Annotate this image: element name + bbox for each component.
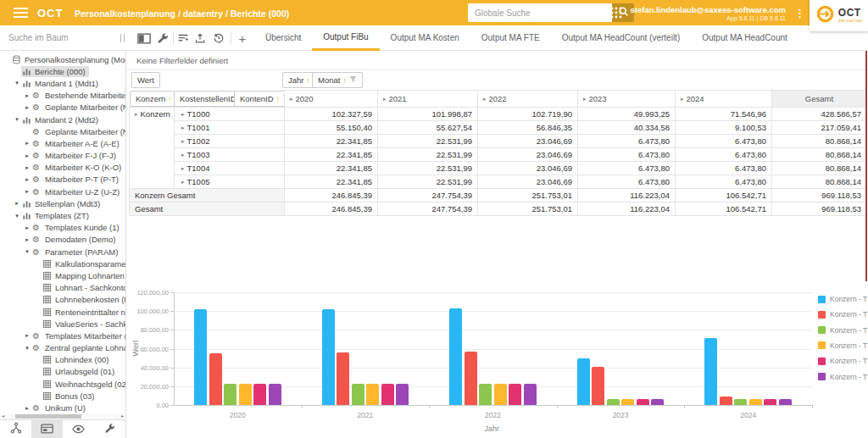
- tree-item-mandant-1-mdt1[interactable]: ▾Mandant 1 (Mdt1): [0, 77, 125, 89]
- expander-right-icon[interactable]: ▸: [23, 104, 31, 111]
- expander-right-icon[interactable]: ▸: [23, 140, 31, 147]
- col-header-2024[interactable]: ▸2024: [676, 91, 772, 108]
- measure-chip-wert[interactable]: Wert: [131, 72, 160, 88]
- expander-right-icon[interactable]: ▸: [23, 236, 31, 243]
- expander-right-icon[interactable]: ▸: [23, 176, 31, 183]
- wrench-view-button[interactable]: [94, 420, 125, 438]
- toggle-panel-button[interactable]: [136, 30, 153, 47]
- history-button[interactable]: [210, 30, 227, 47]
- tree-item-urlaubsgeld-01[interactable]: Urlaubsgeld (01): [0, 366, 125, 378]
- tab-output-ma-kosten[interactable]: Output MA Kosten: [380, 25, 470, 51]
- expander-down-icon[interactable]: ▾: [13, 116, 21, 123]
- eye-view-button[interactable]: [63, 420, 94, 438]
- col-header-2023[interactable]: ▸2023: [578, 91, 676, 108]
- expander-down-icon[interactable]: ▾: [13, 80, 21, 86]
- legend-item-konzern-t1005[interactable]: Konzern - T1005: [818, 373, 868, 381]
- tab-output-ma-fte[interactable]: Output MA FTE: [470, 25, 551, 51]
- tree-item-mitarbeiter-p-t-p-t[interactable]: ▸⚙Mitarbeiter P-T (P-T): [0, 174, 125, 186]
- tree-item-mapping-lohnarten-ist-plan-p[interactable]: Mapping Lohnarten IST PLAN (P: [0, 269, 125, 281]
- more-options-icon[interactable]: ⋮: [794, 8, 805, 19]
- tree-item-mandant-2-mdt2[interactable]: ▾Mandant 2 (Mdt2): [0, 114, 125, 125]
- global-search-input[interactable]: [468, 3, 612, 22]
- expander-down-icon[interactable]: ▾: [13, 213, 21, 219]
- tree-item-mitarbeiter-u-z-u-z[interactable]: ▸⚙Mitarbeiter U-Z (U-Z): [0, 186, 125, 197]
- tree-search-input[interactable]: [0, 25, 120, 50]
- row-header-T1002[interactable]: ▸T1002: [175, 135, 285, 148]
- scroll-right-icon[interactable]: ▸: [121, 413, 124, 419]
- tree-item-geplante-mitarbeiter-nn-stellen[interactable]: ⚙Geplante Mitarbeiter (NN Stellen) (: [0, 125, 125, 137]
- row-header-T1000[interactable]: ▸T1000: [175, 108, 285, 121]
- legend-item-konzern-t1004[interactable]: Konzern - T1004: [818, 357, 868, 365]
- form-view-button[interactable]: [31, 420, 63, 438]
- filter-funnel-icon[interactable]: [349, 75, 357, 85]
- tree-item-personalkostenplanung-modul-persona[interactable]: Personalkostenplanung (Modul_Persona: [0, 53, 125, 65]
- hierarchy-view-button[interactable]: [0, 420, 31, 438]
- tree-item-templates-mitarbeiter-pkp-ma[interactable]: ▸⚙Templates Mitarbeiter (PKP_MA): [0, 330, 125, 341]
- gridline: [174, 311, 812, 312]
- tree-item-mitarbeiter-f-j-f-j[interactable]: ▸⚙Mitarbeiter F-J (F-J): [0, 150, 125, 162]
- add-button[interactable]: +: [234, 30, 251, 47]
- col-header-2020[interactable]: ▸2020: [285, 91, 378, 108]
- tree-item-valueseries-sachkonto-plan[interactable]: ValueSeries - Sachkonto (PLAN): [0, 318, 125, 330]
- tree-item-weihnachtsgeld-02[interactable]: Weihnachtsgeld (02): [0, 378, 125, 390]
- tree-item-bestehende-mitarbeiter-01[interactable]: ▸⚙Bestehende Mitarbeiter (01): [0, 90, 125, 102]
- tree-item-lohnnebenkosten-pkp-lnk[interactable]: Lohnnebenkosten (PKP_LNK): [0, 294, 125, 306]
- tree-item-mitarbeiter-a-e-a-e[interactable]: ▸⚙Mitarbeiter A-E (A-E): [0, 137, 125, 149]
- expander-right-icon[interactable]: ▸: [23, 92, 31, 99]
- scroll-left-icon[interactable]: ◂: [2, 413, 4, 419]
- tree-item-label: Weihnachtsgeld (02): [55, 380, 125, 389]
- tree-item-demodaten-demo[interactable]: ▸⚙Demodaten (Demo): [0, 234, 125, 246]
- expander-right-icon[interactable]: ▸: [13, 200, 21, 207]
- tree-item-lohnart-sachkonto-valueserie[interactable]: Lohnart - Sachkonto - ValueSerie: [0, 282, 125, 294]
- tab-output-fibu[interactable]: Output FiBu: [312, 25, 379, 51]
- row-group-konzern[interactable]: ▸Konzern: [130, 108, 175, 189]
- expander-right-icon[interactable]: ▸: [23, 188, 31, 195]
- sort-asc-icon[interactable]: ↑: [342, 76, 347, 85]
- tree-item-berichte-000[interactable]: Berichte (000): [0, 65, 125, 77]
- col-header-2021[interactable]: ▸2021: [378, 91, 478, 108]
- row-header-T1003[interactable]: ▸T1003: [175, 148, 285, 162]
- menu-icon[interactable]: [14, 8, 28, 18]
- tab-bersicht[interactable]: Übersicht: [254, 25, 312, 51]
- tab-output-ma-headcount-verteilt[interactable]: Output MA HeadCount (verteilt): [551, 25, 692, 51]
- tree-item-parameter-param[interactable]: ▾⚙Parameter (PARAM): [0, 246, 125, 258]
- row-header-T1001[interactable]: ▸T1001: [175, 121, 285, 135]
- scrollbar-thumb[interactable]: [15, 414, 81, 419]
- expander-right-icon[interactable]: ▸: [23, 164, 31, 171]
- tree-item-bonus-03[interactable]: Bonus (03): [0, 390, 125, 402]
- panel-resize-handle[interactable]: [120, 34, 125, 42]
- apps-grid-icon[interactable]: [610, 7, 622, 19]
- legend-item-konzern-t1002[interactable]: Konzern - T1002: [818, 326, 868, 335]
- tree-item-mitarbeiter-k-o-k-o[interactable]: ▸⚙Mitarbeiter K-O (K-O): [0, 162, 125, 174]
- legend-item-konzern-t1001[interactable]: Konzern - T1001: [818, 310, 868, 319]
- row-header-T1004[interactable]: ▸T1004: [175, 162, 285, 175]
- tree-item-zentral-geplante-lohnarten-pkp-z[interactable]: ▾⚙Zentral geplante Lohnarten (PKP_Z: [0, 342, 125, 354]
- expander-right-icon[interactable]: ▸: [23, 152, 31, 159]
- export-upload-button[interactable]: [192, 30, 209, 47]
- tree-item-templates-kunde-1[interactable]: ▸⚙Templates Kunde (1): [0, 222, 125, 234]
- legend-item-konzern-t1003[interactable]: Konzern - T1003: [818, 341, 868, 350]
- row-header-T1005[interactable]: ▸T1005: [175, 175, 285, 189]
- tree-item-kalkulationsparameter-pkp-kp[interactable]: Kalkulationsparameter (PKP_KP: [0, 258, 125, 269]
- tree-item-renteneintrittalter-nach-geburtsj[interactable]: Renteneintrittalter nach Geburtsj: [0, 306, 125, 318]
- expander-right-icon[interactable]: ▸: [23, 405, 31, 412]
- sort-filter-button[interactable]: [175, 30, 192, 47]
- column-chip-monat[interactable]: Monat↑: [312, 72, 363, 88]
- legend-item-konzern-t1000[interactable]: Konzern - T1000: [818, 295, 868, 303]
- tree-item-geplante-mitarbeiter-nn-stellen[interactable]: ▸⚙Geplante Mitarbeiter (NN Stellen) (: [0, 102, 125, 114]
- tree-horizontal-scrollbar[interactable]: ◂ ▸: [0, 413, 126, 419]
- expander-down-icon[interactable]: ▾: [23, 248, 31, 255]
- col-header-gesamt[interactable]: Gesamt: [772, 91, 867, 108]
- expander-down-icon[interactable]: ▾: [23, 345, 31, 352]
- settings-wrench-button[interactable]: [154, 30, 171, 47]
- tree-item-stellenplan-mdt3[interactable]: ▸Stellenplan (Mdt3): [0, 197, 125, 209]
- tree-item-unikum-u[interactable]: ▸⚙Unikum (U): [0, 402, 125, 413]
- col-header-2022[interactable]: ▸2022: [478, 91, 578, 108]
- expander-right-icon[interactable]: ▸: [23, 332, 31, 339]
- sort-asc-icon[interactable]: ↑: [306, 76, 310, 85]
- tab-output-ma-headcount[interactable]: Output MA HeadCount: [691, 25, 798, 51]
- tree-item-templates-zt[interactable]: ▾Templates (ZT): [0, 209, 125, 221]
- tree-item-lohnindex-00[interactable]: Lohnindex (00): [0, 354, 125, 366]
- user-email[interactable]: stefan.lindenlaub@saxess-software.com: [631, 5, 787, 14]
- expander-right-icon[interactable]: ▸: [23, 225, 31, 231]
